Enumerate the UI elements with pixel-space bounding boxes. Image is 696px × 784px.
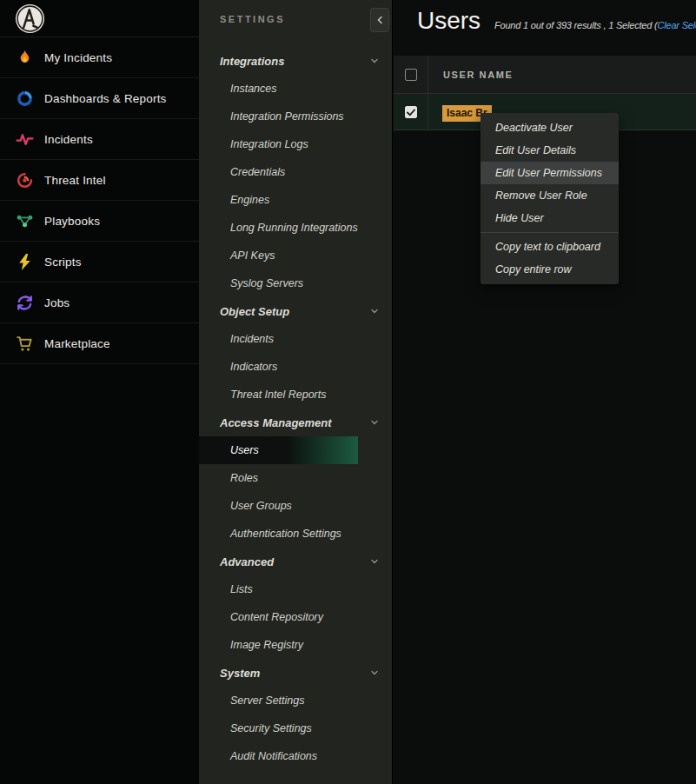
settings-item-integration-logs[interactable]: Integration Logs xyxy=(199,130,393,158)
menu-item-label: Copy text to clipboard xyxy=(495,241,600,253)
settings-item-label: Syslog Servers xyxy=(230,277,303,289)
table-header: USER NAME xyxy=(394,56,696,94)
page-title: Users xyxy=(417,7,481,35)
settings-panel-title: SETTINGS xyxy=(220,14,285,24)
section-label: Access Management xyxy=(220,416,332,429)
settings-item-label: Content Repository xyxy=(230,611,323,623)
results-summary: Found 1 out of 393 results , 1 Selected … xyxy=(494,20,696,30)
donut-chart-icon xyxy=(16,90,34,108)
settings-item-label: Roles xyxy=(230,472,258,484)
settings-item-image-registry[interactable]: Image Registry xyxy=(199,631,393,659)
check-icon xyxy=(407,104,415,120)
settings-section-integrations[interactable]: Integrations xyxy=(199,47,393,75)
app-root: My IncidentsDashboards & ReportsIncident… xyxy=(0,0,696,784)
settings-item-indicators[interactable]: Indicators xyxy=(199,353,393,381)
menu-item-copy-text-to-clipboard[interactable]: Copy text to clipboard xyxy=(481,236,619,258)
chevron-down-icon xyxy=(370,557,379,566)
section-label: Integrations xyxy=(220,55,284,68)
collapse-panel-button[interactable] xyxy=(370,8,389,32)
settings-section-object-setup[interactable]: Object Setup xyxy=(199,297,393,325)
nav-item-my-incidents[interactable]: My Incidents xyxy=(0,37,199,78)
chevron-down-icon xyxy=(370,307,379,316)
settings-item-label: Integration Logs xyxy=(230,138,308,150)
nav-item-threat-intel[interactable]: Threat Intel xyxy=(0,160,199,201)
clear-selection-link[interactable]: Clear Sele xyxy=(657,20,696,30)
settings-item-server-settings[interactable]: Server Settings xyxy=(199,687,393,714)
settings-item-content-repository[interactable]: Content Repository xyxy=(199,603,393,631)
nav-item-label: Threat Intel xyxy=(44,174,106,187)
settings-item-roles[interactable]: Roles xyxy=(199,464,393,492)
settings-item-engines[interactable]: Engines xyxy=(199,186,393,214)
settings-section-access-management[interactable]: Access Management xyxy=(199,409,393,436)
app-logo-icon[interactable] xyxy=(15,3,45,34)
section-label: System xyxy=(220,667,260,680)
menu-item-label: Remove User Role xyxy=(495,189,587,202)
menu-item-copy-entire-row[interactable]: Copy entire row xyxy=(481,258,619,281)
settings-item-label: Server Settings xyxy=(230,694,304,707)
settings-item-label: Long Running Integrations xyxy=(230,222,358,234)
settings-item-incidents[interactable]: Incidents xyxy=(199,325,393,353)
column-divider xyxy=(428,56,428,130)
left-nav-sidebar: My IncidentsDashboards & ReportsIncident… xyxy=(0,0,199,784)
settings-item-credentials[interactable]: Credentials xyxy=(199,158,393,186)
menu-item-label: Edit User Details xyxy=(495,144,576,156)
settings-item-label: Incidents xyxy=(230,333,274,345)
nav-item-label: Jobs xyxy=(44,296,70,309)
menu-item-label: Hide User xyxy=(495,212,544,224)
context-menu: Deactivate UserEdit User DetailsEdit Use… xyxy=(481,113,619,284)
nav-item-label: My Incidents xyxy=(44,51,112,64)
settings-item-label: Security Settings xyxy=(230,722,312,734)
menu-item-hide-user[interactable]: Hide User xyxy=(481,207,619,229)
nav-item-label: Incidents xyxy=(44,133,93,146)
settings-item-integration-permissions[interactable]: Integration Permissions xyxy=(199,103,393,130)
workflow-nodes-icon xyxy=(16,212,34,230)
nav-item-marketplace[interactable]: Marketplace xyxy=(0,323,199,364)
menu-item-edit-user-details[interactable]: Edit User Details xyxy=(481,139,619,162)
nav-item-dashboards-reports[interactable]: Dashboards & Reports xyxy=(0,78,199,119)
settings-section-advanced[interactable]: Advanced xyxy=(199,548,393,575)
nav-item-scripts[interactable]: Scripts xyxy=(0,242,199,282)
settings-item-label: Authentication Settings xyxy=(230,528,341,540)
left-nav-list: My IncidentsDashboards & ReportsIncident… xyxy=(0,37,199,364)
nav-item-playbooks[interactable]: Playbooks xyxy=(0,201,199,242)
settings-item-long-running-integrations[interactable]: Long Running Integrations xyxy=(199,214,393,242)
settings-item-api-keys[interactable]: API Keys xyxy=(199,242,393,269)
settings-item-label: Lists xyxy=(230,583,253,595)
menu-item-label: Deactivate User xyxy=(495,122,573,134)
settings-item-syslog-servers[interactable]: Syslog Servers xyxy=(199,269,393,297)
flame-icon xyxy=(16,49,34,67)
settings-sidebar: SETTINGS IntegrationsInstancesIntegratio… xyxy=(199,0,393,784)
menu-item-deactivate-user[interactable]: Deactivate User xyxy=(481,116,619,139)
settings-item-label: User Groups xyxy=(230,500,292,512)
select-all-checkbox[interactable] xyxy=(405,69,417,81)
threat-swirl-icon xyxy=(16,171,34,189)
settings-item-authentication-settings[interactable]: Authentication Settings xyxy=(199,520,393,548)
nav-item-label: Playbooks xyxy=(44,215,100,228)
settings-item-label: Threat Intel Reports xyxy=(230,389,326,401)
column-header-user-name: USER NAME xyxy=(443,70,513,80)
settings-item-users[interactable]: Users xyxy=(199,436,358,464)
settings-item-label: Credentials xyxy=(230,166,285,178)
menu-item-label: Edit User Permissions xyxy=(495,167,602,179)
settings-item-label: Audit Notifications xyxy=(230,750,317,762)
nav-item-label: Marketplace xyxy=(44,337,110,350)
settings-item-user-groups[interactable]: User Groups xyxy=(199,492,393,520)
shopping-cart-icon xyxy=(16,335,34,353)
main-content: Users Found 1 out of 393 results , 1 Sel… xyxy=(394,0,696,784)
nav-item-jobs[interactable]: Jobs xyxy=(0,282,199,323)
menu-item-remove-user-role[interactable]: Remove User Role xyxy=(481,184,619,207)
chevron-down-icon xyxy=(370,56,379,65)
settings-item-label: Image Registry xyxy=(230,639,303,651)
nav-item-label: Scripts xyxy=(44,256,82,269)
menu-item-edit-user-permissions[interactable]: Edit User Permissions xyxy=(481,162,619,184)
settings-item-lists[interactable]: Lists xyxy=(199,575,393,603)
settings-item-instances[interactable]: Instances xyxy=(199,75,393,103)
settings-item-security-settings[interactable]: Security Settings xyxy=(199,714,393,742)
settings-item-audit-notifications[interactable]: Audit Notifications xyxy=(199,742,393,770)
settings-section-system[interactable]: System xyxy=(199,659,393,687)
logo-row xyxy=(0,0,199,37)
row-checkbox[interactable] xyxy=(405,106,417,118)
nav-item-incidents[interactable]: Incidents xyxy=(0,119,199,160)
settings-item-threat-intel-reports[interactable]: Threat Intel Reports xyxy=(199,381,393,409)
section-label: Advanced xyxy=(220,555,274,568)
